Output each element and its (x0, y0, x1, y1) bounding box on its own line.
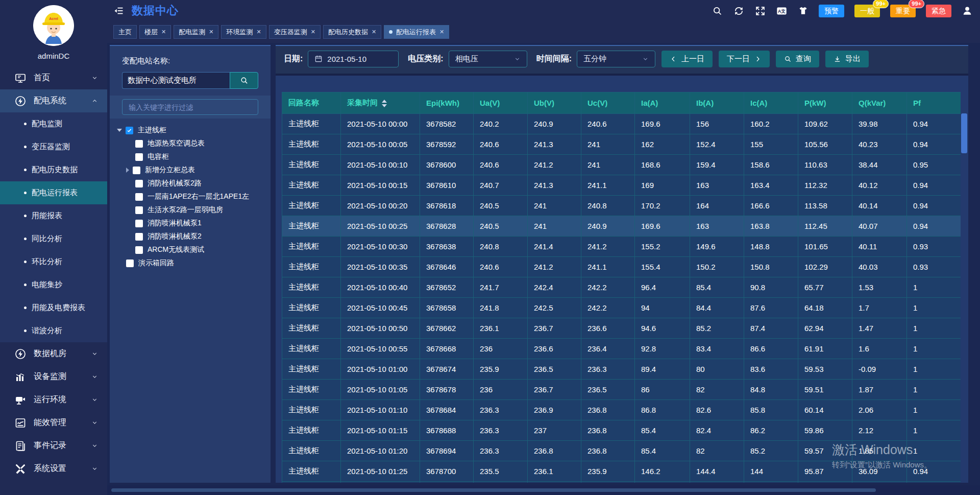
checkbox[interactable] (135, 206, 143, 214)
caret-right-icon[interactable] (126, 168, 129, 173)
alarm-badge-general[interactable]: 一般99+ (854, 5, 880, 17)
export-button[interactable]: 导出 (825, 51, 869, 67)
sidebar-item-event-record[interactable]: 事件记录 (0, 434, 107, 457)
user-icon[interactable] (962, 5, 973, 16)
interval-select[interactable]: 五分钟 (577, 51, 655, 67)
checkbox[interactable] (135, 233, 143, 241)
table-cell: 169.6 (635, 216, 690, 237)
search-icon[interactable] (712, 6, 723, 16)
vertical-scrollbar-thumb[interactable] (961, 113, 967, 153)
tree-node[interactable]: 地源热泵空调总表 (117, 137, 265, 150)
translate-icon[interactable]: A文 (776, 6, 787, 16)
query-button[interactable]: 查询 (776, 51, 819, 67)
prev-day-button[interactable]: 上一日 (662, 51, 713, 67)
tab-pd-report[interactable]: 配电运行报表✕ (384, 25, 449, 39)
tab-env-monitor[interactable]: 环境监测✕ (221, 25, 266, 39)
checkbox[interactable] (135, 246, 143, 254)
checkbox[interactable] (135, 153, 143, 161)
station-search-input[interactable] (122, 72, 230, 89)
table-row[interactable]: 主进线柜2021-05-10 01:103678684236.3236.9236… (282, 400, 961, 420)
sidebar-subitem-pd-monitor[interactable]: 配电监测 (0, 112, 107, 135)
sidebar-subitem-energy-fee-report[interactable]: 用能及电费报表 (0, 296, 107, 319)
table-row[interactable]: 主进线柜2021-05-10 00:453678658241.8242.5242… (282, 298, 961, 318)
table-row[interactable]: 主进线柜2021-05-10 00:203678618240.5241240.8… (282, 196, 961, 216)
close-icon[interactable]: ✕ (311, 29, 315, 35)
checkbox[interactable] (133, 167, 140, 174)
station-search-button[interactable] (230, 72, 258, 89)
column-header[interactable]: 采集时间 (341, 92, 420, 114)
checkbox[interactable] (135, 220, 143, 227)
checkbox[interactable] (135, 180, 143, 187)
tree-node[interactable]: 消防喷淋机械泵1 (117, 217, 265, 230)
tree-node[interactable]: 一层南1APE2右一层北1APE1左 (117, 190, 265, 203)
fullscreen-icon[interactable] (755, 6, 766, 16)
checkbox[interactable] (135, 193, 143, 201)
table-row[interactable]: 主进线柜2021-05-10 00:403678652241.7242.4242… (282, 277, 961, 298)
sidebar-subitem-pd-history[interactable]: 配电历史数据 (0, 158, 107, 181)
sidebar-toggle-hamburger-icon[interactable] (113, 6, 125, 16)
table-row[interactable]: 主进线柜2021-05-10 00:553678668236236.6236.4… (282, 339, 961, 359)
table-row[interactable]: 主进线柜2021-05-10 01:053678678236236.7236.5… (282, 380, 961, 400)
table-row[interactable]: 主进线柜2021-05-10 00:253678628240.5241240.9… (282, 216, 961, 237)
alarm-badge-warning[interactable]: 预警 (819, 5, 844, 17)
tree-node[interactable]: 主进线柜 (117, 124, 265, 137)
sidebar-item-data-room[interactable]: 数据机房 (0, 342, 107, 365)
sidebar-item-energy-mgmt[interactable]: 能效管理 (0, 411, 107, 434)
sidebar-item-home[interactable]: 首页 (0, 66, 107, 89)
sidebar-item-device-monitor[interactable]: 设备监测 (0, 365, 107, 388)
tree-node[interactable]: 消防喷淋机械泵2 (117, 230, 265, 243)
tab-floor[interactable]: 楼层✕ (139, 25, 171, 39)
next-day-button[interactable]: 下一日 (719, 51, 770, 67)
alarm-badge-urgent[interactable]: 紧急 (926, 5, 951, 17)
date-input[interactable]: 2021-05-10 (308, 51, 399, 67)
tree-filter-input[interactable] (122, 99, 258, 115)
close-icon[interactable]: ✕ (372, 29, 376, 35)
sidebar-item-runtime-env[interactable]: 运行环境 (0, 388, 107, 411)
table-row[interactable]: 主进线柜2021-05-10 00:103678600240.6241.2241… (282, 155, 961, 175)
table-row[interactable]: 主进线柜2021-05-10 01:003678674235.9236.5236… (282, 359, 961, 380)
tree-node[interactable]: ARCM无线表测试 (117, 243, 265, 256)
table-row[interactable]: 主进线柜2021-05-10 00:053678592240.6241.3241… (282, 134, 961, 155)
sidebar-subitem-yoy-analysis[interactable]: 同比分析 (0, 227, 107, 250)
tree-node[interactable]: 新增分立柜总表 (117, 163, 265, 177)
sidebar-subitem-mom-analysis[interactable]: 环比分析 (0, 250, 107, 273)
caret-down-icon[interactable] (117, 129, 122, 132)
table-row[interactable]: 主进线柜2021-05-10 00:503678662236.1236.7236… (282, 318, 961, 339)
tree-node[interactable]: 电容柜 (117, 150, 265, 163)
close-icon[interactable]: ✕ (209, 29, 213, 35)
sort-icon[interactable] (382, 100, 387, 107)
prev-day-label: 上一日 (681, 54, 704, 64)
theme-skin-icon[interactable] (798, 6, 808, 16)
sidebar-subitem-pd-report[interactable]: 配电运行报表 (0, 181, 107, 204)
close-icon[interactable]: ✕ (439, 29, 444, 35)
tree-node[interactable]: 演示箱回路 (117, 256, 265, 270)
voltage-type-select[interactable]: 相电压 (449, 51, 527, 67)
tab-home[interactable]: 主页 (113, 25, 137, 39)
table-row[interactable]: 主进线柜2021-05-10 00:003678582240.2240.9240… (282, 114, 961, 134)
sidebar-subitem-transformer-monitor[interactable]: 变压器监测 (0, 135, 107, 158)
alarm-badge-important[interactable]: 重要99+ (890, 5, 916, 17)
table-row[interactable]: 主进线柜2021-05-10 00:353678646240.6241.2241… (282, 257, 961, 277)
refresh-icon[interactable] (733, 6, 744, 16)
table-row[interactable]: 主进线柜2021-05-10 00:303678638240.8241.4241… (282, 237, 961, 257)
sidebar-subitem-harmonic-analysis[interactable]: 谐波分析 (0, 319, 107, 342)
table-row[interactable]: 主进线柜2021-05-10 01:203678694236.3236.8236… (282, 441, 961, 461)
tree-node[interactable]: 消防栓机械泵2路 (117, 177, 265, 190)
close-icon[interactable]: ✕ (161, 29, 166, 35)
table-row[interactable]: 主进线柜2021-05-10 00:153678610240.7241.3241… (282, 175, 961, 196)
checkbox[interactable] (126, 127, 133, 134)
checkbox[interactable] (126, 260, 134, 267)
sidebar-item-power-distribution[interactable]: 配电系统 (0, 89, 107, 112)
table-row[interactable]: 主进线柜2021-05-10 01:153678688236.3237236.8… (282, 420, 961, 441)
close-icon[interactable]: ✕ (256, 29, 261, 35)
tree-node[interactable]: 生活水泵2路一层弱电房 (117, 203, 265, 217)
sidebar-subitem-meter-reading[interactable]: 电能集抄 (0, 273, 107, 296)
checkbox[interactable] (135, 140, 143, 148)
tab-pd-monitor[interactable]: 配电监测✕ (174, 25, 218, 39)
sidebar-item-system-settings[interactable]: 系统设置 (0, 457, 107, 480)
tab-transformer-monitor[interactable]: 变压器监测✕ (269, 25, 321, 39)
horizontal-scrollbar-thumb[interactable] (111, 488, 876, 492)
table-row[interactable]: 主进线柜2021-05-10 01:253678700235.5236.1235… (282, 461, 961, 482)
tab-pd-history[interactable]: 配电历史数据✕ (323, 25, 381, 39)
sidebar-subitem-energy-report[interactable]: 用能报表 (0, 204, 107, 227)
